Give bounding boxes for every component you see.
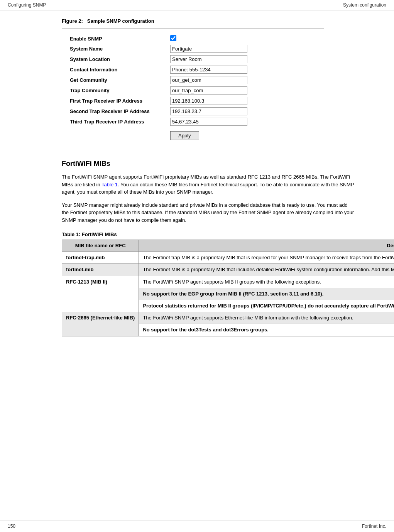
- page-content: Figure 2: Sample SNMP configuration Enab…: [0, 10, 394, 344]
- apply-button[interactable]: Apply: [170, 131, 199, 140]
- mib-desc-fortinet: The Fortinet MIB is a proprietary MIB th…: [139, 264, 394, 276]
- figure-caption: Figure 2: Sample SNMP configuration: [62, 18, 379, 24]
- snmp-label-second-trap-ip: Second Trap Receiver IP Address: [70, 108, 170, 114]
- table-header-description: Description: [139, 240, 394, 252]
- snmp-config-box: Enable SNMP System Name System Location …: [62, 29, 324, 148]
- mibs-table: MIB file name or RFC Description fortine…: [62, 240, 394, 336]
- mib-desc-rfc1213-main: The FortiWiFi SNMP agent supports MIB II…: [139, 276, 394, 288]
- paragraph-1: The FortiWiFi SNMP agent supports FortiW…: [62, 173, 355, 196]
- table-row: fortinet.mib The Fortinet MIB is a propr…: [62, 264, 394, 276]
- table-caption: Table 1: FortiWiFi MIBs: [62, 231, 379, 237]
- snmp-row-contact: Contact Information: [70, 66, 316, 74]
- snmp-label-third-trap-ip: Third Trap Receiver IP Address: [70, 119, 170, 125]
- snmp-value-first-trap-ip: [170, 97, 316, 105]
- table1-link[interactable]: Table 1: [101, 182, 118, 187]
- snmp-value-enable: [170, 35, 316, 42]
- enable-snmp-checkbox[interactable]: [170, 35, 176, 41]
- snmp-row-trap-community: Trap Community: [70, 86, 316, 95]
- snmp-label-get-community: Get Community: [70, 77, 170, 83]
- snmp-value-second-trap-ip: [170, 107, 316, 115]
- snmp-row-third-trap-ip: Third Trap Receiver IP Address: [70, 118, 316, 126]
- snmp-label-contact: Contact Information: [70, 67, 170, 73]
- mib-name-fortinet-trap: fortinet-trap.mib: [62, 252, 139, 264]
- second-trap-ip-input[interactable]: [170, 107, 247, 115]
- mib-name-rfc2665: RFC-2665 (Ethernet-like MIB): [62, 312, 139, 336]
- first-trap-ip-input[interactable]: [170, 97, 247, 105]
- get-community-input[interactable]: [170, 76, 247, 84]
- third-trap-ip-input[interactable]: [170, 118, 247, 126]
- contact-information-input[interactable]: [170, 66, 247, 74]
- table-row: RFC-1213 (MIB II) The FortiWiFi SNMP age…: [62, 276, 394, 288]
- mib-desc-rfc2665-main: The FortiWiFi SNMP agent supports Ethern…: [139, 312, 394, 324]
- snmp-label-system-name: System Name: [70, 46, 170, 52]
- snmp-row-first-trap-ip: First Trap Receiver IP Address: [70, 97, 316, 105]
- mib-desc-fortinet-trap: The Fortinet trap MIB is a proprietary M…: [139, 252, 394, 264]
- snmp-row-system-location: System Location: [70, 55, 316, 63]
- system-location-input[interactable]: [170, 55, 247, 63]
- header-left: Configuring SNMP: [8, 2, 46, 8]
- trap-community-input[interactable]: [170, 86, 247, 95]
- page-header: Configuring SNMP System configuration: [0, 0, 394, 10]
- mib-desc-rfc1213-sub1: No support for the EGP group from MIB II…: [139, 288, 394, 300]
- page-footer: 150 Fortinet Inc.: [0, 520, 394, 532]
- table-header-row: MIB file name or RFC Description: [62, 240, 394, 252]
- mib-name-fortinet: fortinet.mib: [62, 264, 139, 276]
- footer-page-number: 150: [8, 524, 15, 529]
- table-header-mib: MIB file name or RFC: [62, 240, 139, 252]
- snmp-label-enable: Enable SNMP: [70, 36, 170, 42]
- section-title: FortiWiFi MIBs: [62, 160, 379, 168]
- snmp-row-get-community: Get Community: [70, 76, 316, 84]
- paragraph-2: Your SNMP manager might already include …: [62, 201, 355, 224]
- snmp-label-system-location: System Location: [70, 56, 170, 62]
- apply-button-container: Apply: [170, 129, 316, 140]
- snmp-label-trap-community: Trap Community: [70, 88, 170, 93]
- snmp-value-system-name: [170, 45, 316, 53]
- mib-desc-rfc2665-sub1: No support for the dot3Tests and dot3Err…: [139, 324, 394, 336]
- system-name-input[interactable]: [170, 45, 247, 53]
- snmp-row-second-trap-ip: Second Trap Receiver IP Address: [70, 107, 316, 115]
- snmp-value-third-trap-ip: [170, 118, 316, 126]
- snmp-value-system-location: [170, 55, 316, 63]
- snmp-value-get-community: [170, 76, 316, 84]
- table-row: fortinet-trap.mib The Fortinet trap MIB …: [62, 252, 394, 264]
- footer-company: Fortinet Inc.: [362, 524, 386, 529]
- snmp-label-first-trap-ip: First Trap Receiver IP Address: [70, 98, 170, 104]
- snmp-value-contact: [170, 66, 316, 74]
- table-row: RFC-2665 (Ethernet-like MIB) The FortiWi…: [62, 312, 394, 324]
- header-right: System configuration: [343, 2, 386, 8]
- snmp-row-enable: Enable SNMP: [70, 35, 316, 42]
- snmp-value-trap-community: [170, 86, 316, 95]
- snmp-row-system-name: System Name: [70, 45, 316, 53]
- mib-name-rfc1213: RFC-1213 (MIB II): [62, 276, 139, 312]
- mib-desc-rfc1213-sub2: Protocol statistics returned for MIB II …: [139, 300, 394, 312]
